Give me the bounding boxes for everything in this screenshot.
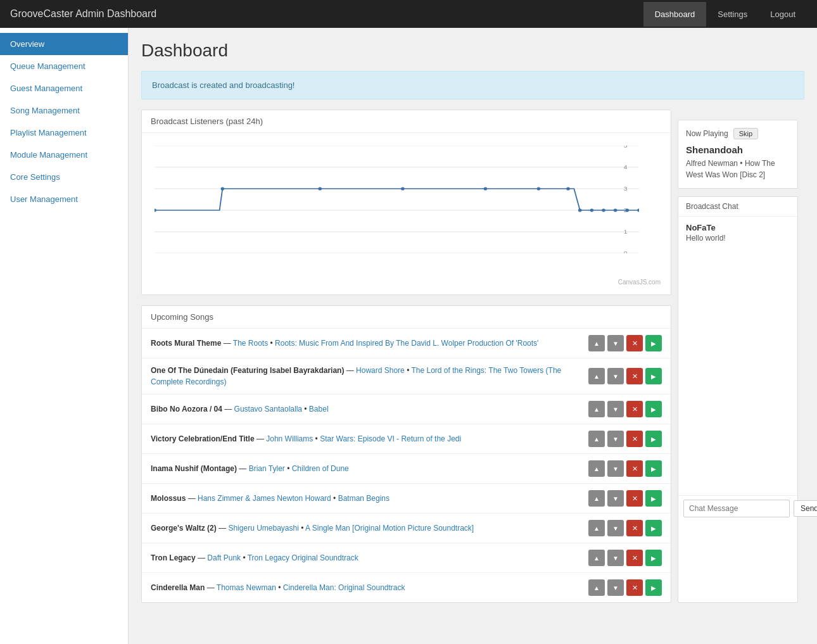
song-info: One Of The Dúnedain (Featuring Isabel Ba… <box>151 365 583 388</box>
arrow-up-icon <box>593 339 600 348</box>
now-playing-meta: Alfred Newman • How The West Was Won [Di… <box>686 158 790 180</box>
main-panels: Broadcast Listeners (past 24h) <box>141 110 671 613</box>
move-up-button[interactable] <box>588 579 605 596</box>
x-icon <box>632 434 638 443</box>
song-separator: — <box>222 405 234 414</box>
remove-button[interactable] <box>626 431 643 447</box>
arrow-down-icon <box>612 405 619 414</box>
play-button[interactable] <box>645 460 662 477</box>
song-separator: — <box>344 366 356 375</box>
svg-point-16 <box>484 187 488 190</box>
chat-message-input[interactable] <box>683 500 790 517</box>
svg-text:5: 5 <box>624 146 628 149</box>
play-button[interactable] <box>645 579 662 596</box>
sidebar-item-module[interactable]: Module Management <box>0 144 128 166</box>
song-album: Roots: Music From And Inspired By The Da… <box>275 339 538 348</box>
broadcast-banner: Broadcast is created and broadcasting! <box>141 71 804 99</box>
move-up-button[interactable] <box>588 368 605 384</box>
song-dot: • <box>302 405 309 414</box>
song-separator: — <box>217 524 229 533</box>
remove-button[interactable] <box>626 579 643 596</box>
broadcast-chat-box: Broadcast Chat NoFaTe Hello world! Send <box>678 196 798 603</box>
move-down-button[interactable] <box>607 335 624 351</box>
chat-send-button[interactable]: Send <box>794 500 817 517</box>
sidebar-item-guest[interactable]: Guest Management <box>0 77 128 99</box>
arrow-up-icon <box>593 372 600 381</box>
sidebar-item-user[interactable]: User Management <box>0 188 128 210</box>
play-button[interactable] <box>645 335 662 351</box>
sidebar-item-queue[interactable]: Queue Management <box>0 55 128 77</box>
play-icon <box>651 524 656 533</box>
remove-button[interactable] <box>626 520 643 536</box>
upcoming-header: Upcoming Songs <box>142 306 671 328</box>
remove-button[interactable] <box>626 460 643 477</box>
song-row: Roots Mural Theme — The Roots • Roots: M… <box>142 328 671 358</box>
move-down-button[interactable] <box>607 431 624 447</box>
remove-button[interactable] <box>626 335 643 351</box>
svg-point-17 <box>537 187 541 190</box>
move-up-button[interactable] <box>588 335 605 351</box>
song-row: Cinderella Man — Thomas Newman • Cindere… <box>142 572 671 602</box>
skip-button[interactable]: Skip <box>733 128 758 139</box>
song-separator: — <box>186 494 198 503</box>
x-icon <box>632 553 638 562</box>
page-title: Dashboard <box>141 41 804 61</box>
sidebar-item-song[interactable]: Song Management <box>0 99 128 122</box>
song-row: One Of The Dúnedain (Featuring Isabel Ba… <box>142 358 671 394</box>
play-button[interactable] <box>645 368 662 384</box>
song-row: Victory Celebration/End Title — John Wil… <box>142 424 671 453</box>
remove-button[interactable] <box>626 490 643 507</box>
move-down-button[interactable] <box>607 579 624 596</box>
song-album: Babel <box>309 405 329 414</box>
move-down-button[interactable] <box>607 550 624 566</box>
now-playing-song: Shenandoah <box>686 144 790 155</box>
move-down-button[interactable] <box>607 460 624 477</box>
chart-container: 5 4 3 2 1 0 <box>148 139 664 279</box>
svg-point-21 <box>602 208 605 212</box>
sidebar-item-core[interactable]: Core Settings <box>0 166 128 188</box>
move-down-button[interactable] <box>607 490 624 507</box>
play-button[interactable] <box>645 520 662 536</box>
play-icon <box>651 372 656 381</box>
song-artist: John Williams <box>266 434 313 443</box>
sidebar-item-overview[interactable]: Overview <box>0 33 128 55</box>
chart-title: Broadcast Listeners (past 24h) <box>142 110 671 133</box>
move-up-button[interactable] <box>588 490 605 507</box>
song-artist: Brian Tyler <box>249 464 285 473</box>
layout: Overview Queue Management Guest Manageme… <box>0 28 817 644</box>
move-down-button[interactable] <box>607 368 624 384</box>
svg-point-23 <box>626 208 630 212</box>
nav-dashboard[interactable]: Dashboard <box>643 2 707 27</box>
sidebar-item-playlist[interactable]: Playlist Management <box>0 122 128 144</box>
svg-point-13 <box>220 187 224 190</box>
now-playing-title-row: Now Playing Skip <box>686 128 790 139</box>
move-up-button[interactable] <box>588 401 605 417</box>
song-artist: Shigeru Umebayashi <box>228 524 298 533</box>
song-controls <box>588 368 662 384</box>
move-up-button[interactable] <box>588 520 605 536</box>
song-artist: Hans Zimmer & James Newton Howard <box>198 494 331 503</box>
move-down-button[interactable] <box>607 401 624 417</box>
play-icon <box>651 405 656 414</box>
move-down-button[interactable] <box>607 520 624 536</box>
move-up-button[interactable] <box>588 431 605 447</box>
nav-logout[interactable]: Logout <box>759 2 807 27</box>
song-row: Tron Legacy — Daft Punk • Tron Legacy Or… <box>142 543 671 572</box>
play-button[interactable] <box>645 490 662 507</box>
play-button[interactable] <box>645 431 662 447</box>
remove-button[interactable] <box>626 401 643 417</box>
song-title: George's Waltz (2) <box>151 524 217 533</box>
arrow-up-icon <box>593 583 600 592</box>
play-button[interactable] <box>645 401 662 417</box>
song-artist: The Roots <box>233 339 268 348</box>
remove-button[interactable] <box>626 368 643 384</box>
play-button[interactable] <box>645 550 662 566</box>
move-up-button[interactable] <box>588 460 605 477</box>
remove-button[interactable] <box>626 550 643 566</box>
move-up-button[interactable] <box>588 550 605 566</box>
broadcast-message: Broadcast is created and broadcasting! <box>152 80 294 90</box>
song-artist: Howard Shore <box>356 366 405 375</box>
song-info: Molossus — Hans Zimmer & James Newton Ho… <box>151 493 583 504</box>
nav-settings[interactable]: Settings <box>706 2 759 27</box>
arrow-up-icon <box>593 494 600 503</box>
